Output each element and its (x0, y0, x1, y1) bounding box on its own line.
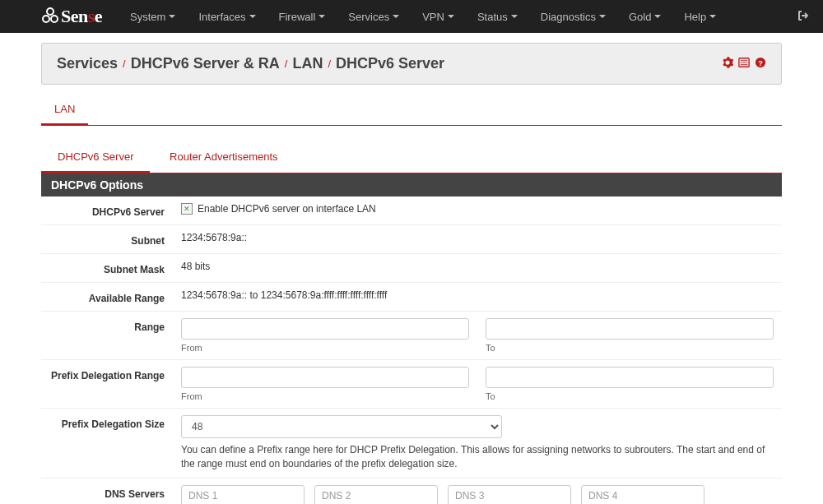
nav-diagnostics[interactable]: Diagnostics (529, 0, 617, 33)
svg-point-1 (43, 16, 49, 22)
pd-range-to-input[interactable] (486, 367, 774, 388)
nav-services[interactable]: Services (337, 0, 411, 33)
label-dhcpv6-server: DHCPv6 Server (41, 197, 173, 225)
range-from-sublabel: From (181, 343, 469, 353)
range-to-input[interactable] (486, 318, 774, 340)
enable-dhcpv6-checkbox[interactable]: ✕ (181, 203, 193, 215)
tab-lan[interactable]: LAN (41, 95, 88, 126)
nav-help[interactable]: Help (672, 0, 728, 33)
caret-icon (709, 15, 716, 18)
breadcrumb-actions: ? (722, 57, 766, 71)
caret-icon (393, 15, 399, 18)
breadcrumb-lan[interactable]: LAN (292, 55, 323, 72)
panel-heading: DHCPv6 Options (41, 173, 782, 197)
breadcrumb-dhcpv6ra[interactable]: DHCPv6 Server & RA (131, 55, 280, 72)
value-subnet: 1234:5678:9a:: (173, 225, 782, 254)
logo-circles-icon (41, 7, 59, 27)
caret-icon (654, 15, 661, 18)
value-available-range: 1234:5678:9a:: to 1234:5678:9a:ffff:ffff… (173, 283, 782, 312)
label-dns-servers: DNS Servers (41, 478, 173, 504)
breadcrumb: Services / DHCPv6 Server & RA / LAN / DH… (41, 43, 782, 85)
pd-range-from-sublabel: From (181, 391, 469, 401)
caret-icon (599, 15, 606, 18)
pd-range-to-sublabel: To (486, 391, 774, 401)
tab-dhcpv6-server[interactable]: DHCPv6 Server (41, 142, 150, 173)
range-from-input[interactable] (181, 318, 469, 340)
tab-router-advertisements[interactable]: Router Advertisements (153, 142, 295, 171)
nav-interfaces[interactable]: Interfaces (187, 0, 267, 33)
options-form: DHCPv6 Server ✕ Enable DHCPv6 server on … (41, 197, 782, 504)
nav-gold[interactable]: Gold (617, 0, 672, 33)
brand-logo[interactable]: Sense (41, 6, 102, 27)
enable-dhcpv6-label: Enable DHCPv6 server on interface LAN (198, 203, 376, 215)
label-subnet-mask: Subnet Mask (41, 254, 173, 283)
value-subnet-mask: 48 bits (173, 254, 782, 283)
svg-point-0 (47, 8, 53, 15)
label-subnet: Subnet (41, 225, 173, 254)
nav-system[interactable]: System (119, 0, 187, 33)
caret-icon (169, 15, 175, 18)
gear-icon[interactable] (722, 57, 733, 71)
pd-range-from-input[interactable] (181, 367, 469, 388)
nav-vpn[interactable]: VPN (411, 0, 466, 33)
svg-text:?: ? (758, 58, 763, 67)
log-icon[interactable] (738, 57, 750, 71)
logout-button[interactable] (797, 9, 810, 25)
label-pd-size: Prefix Delegation Size (41, 409, 173, 479)
nav-firewall[interactable]: Firewall (267, 0, 337, 33)
caret-icon (249, 15, 256, 18)
pd-size-help: You can define a Prefix range here for D… (181, 443, 774, 471)
caret-icon (448, 15, 454, 18)
logout-icon (797, 9, 810, 22)
nav-status[interactable]: Status (466, 0, 529, 33)
breadcrumb-current: DHCPv6 Server (336, 55, 444, 72)
dns3-input[interactable] (448, 485, 571, 504)
page-content: Services / DHCPv6 Server & RA / LAN / DH… (0, 33, 823, 504)
dns1-input[interactable] (181, 485, 305, 504)
caret-icon (319, 15, 325, 18)
sub-tabs: DHCPv6 Server Router Advertisements (41, 142, 782, 173)
label-available-range: Available Range (41, 283, 173, 312)
interface-tabs: LAN (41, 95, 782, 126)
label-range: Range (41, 312, 173, 360)
dns2-input[interactable] (314, 485, 438, 504)
pd-size-select[interactable]: 48 (181, 415, 502, 438)
breadcrumb-services[interactable]: Services (57, 55, 118, 72)
svg-point-2 (51, 16, 58, 22)
top-navbar: Sense System Interfaces Firewall Service… (0, 0, 823, 33)
nav-menu: System Interfaces Firewall Services VPN … (119, 0, 728, 33)
help-icon[interactable]: ? (755, 57, 766, 71)
brand-text: Sense (61, 6, 102, 27)
range-to-sublabel: To (486, 343, 774, 353)
dns4-input[interactable] (581, 485, 704, 504)
label-pd-range: Prefix Delegation Range (41, 360, 173, 409)
caret-icon (511, 15, 518, 18)
